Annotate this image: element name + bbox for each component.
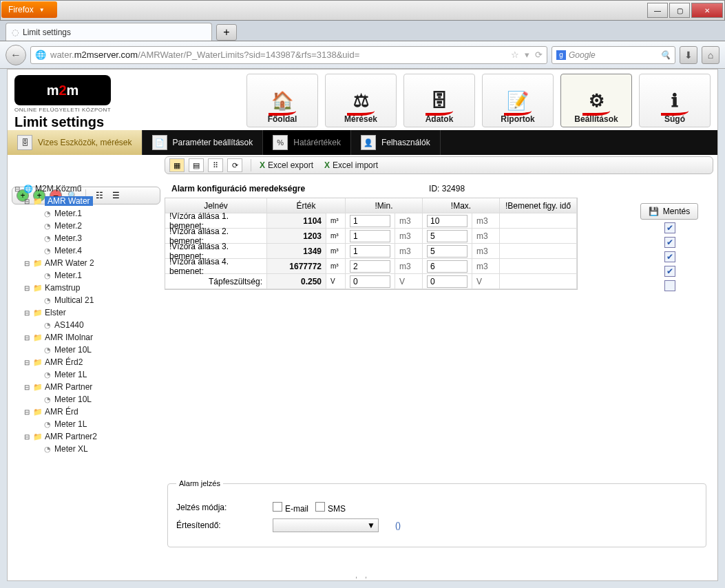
save-button[interactable]: 💾Mentés [640, 203, 698, 220]
row-checkbox[interactable]: ✔ [664, 222, 675, 233]
tree-node[interactable]: ⊟📁AMR IMolnar [13, 331, 159, 344]
search-icon[interactable]: 🔍 [660, 50, 671, 60]
subnav-label: Felhasználók [381, 138, 430, 147]
tree-leaf[interactable]: ◔Meter 1L [13, 368, 159, 381]
row-max[interactable] [423, 213, 472, 229]
nav-sugo[interactable]: ℹSúgó [639, 74, 711, 127]
tree-node[interactable]: ⊟📁AMR Érd2 [13, 356, 159, 368]
row-max[interactable] [423, 259, 472, 274]
tree-leaf[interactable]: ◔Meter 10L [13, 393, 159, 406]
excel-import-button[interactable]: XExcel import [324, 160, 378, 170]
col-bem: !Bemenet figy. idő [500, 198, 577, 213]
max-input[interactable] [427, 260, 467, 273]
email-checkbox[interactable]: E-mail [273, 502, 308, 514]
excel-export-button[interactable]: XExcel export [260, 160, 313, 170]
url-input[interactable]: 🌐 water.m2mserver.com/AMRWater/P_WaterLi… [30, 46, 547, 64]
tree-label: Meter 10L [54, 395, 92, 404]
tree-leaf[interactable]: ◔Meter.1 [13, 269, 159, 282]
sms-checkbox[interactable]: SMS [315, 502, 346, 514]
tree-leaf[interactable]: ◔Meter 10L [13, 344, 159, 356]
row-max[interactable] [423, 229, 472, 244]
row-min[interactable] [346, 229, 395, 244]
logo-block: m2m ONLINE FELÜGYELETI KÖZPONT Limit set… [14, 75, 111, 130]
main-nav: 🏠Főoldal ⚖Mérések 🗄Adatok 📝Riportok ⚙Beá… [246, 74, 711, 127]
db-icon: 🗄 [17, 135, 32, 150]
tree-node[interactable]: ⊟📁AMR Partner2 [13, 430, 159, 443]
resize-handle[interactable]: , , [355, 571, 370, 579]
subnav-vizes[interactable]: 🗄Vizes Eszközök, mérések [8, 130, 143, 155]
row-min[interactable] [346, 274, 395, 289]
subnav-hatarertekek[interactable]: %Határértékek [263, 130, 351, 155]
browser-tab-active[interactable]: ◌ Limit settings [6, 23, 212, 41]
home-button[interactable]: ⌂ [702, 46, 719, 64]
nav-riportok[interactable]: 📝Riportok [482, 74, 554, 127]
view-grid-icon[interactable]: ▦ [169, 158, 185, 172]
min-input[interactable] [350, 245, 390, 258]
minimize-button[interactable]: — [647, 3, 668, 18]
tree-leaf[interactable]: ◔Meter XL [13, 443, 159, 455]
body-split: ⊟🌐M2M Közmű ⊟📁AMR Water ◔Meter.1 ◔Meter.… [12, 180, 713, 576]
subnav-parameter[interactable]: 📄Paraméter beállítások [143, 130, 264, 155]
tree-leaf[interactable]: ◔Meter.1 [13, 207, 159, 220]
subnav-felhasznalok[interactable]: 👤Felhasználók [351, 130, 441, 155]
row-checkbox[interactable]: ✔ [664, 266, 675, 277]
tree-leaf[interactable]: ◔AS1440 [13, 319, 159, 331]
nav-meresek[interactable]: ⚖Mérések [325, 74, 397, 127]
view-dots-icon[interactable]: ⠿ [208, 158, 223, 172]
refresh-icon[interactable]: ⟳ [227, 158, 242, 172]
tree-node[interactable]: ⊟📁AMR Water 2 [13, 257, 159, 269]
notify-paren: () [395, 521, 401, 530]
row-max[interactable] [423, 244, 472, 259]
tree-label: Meter XL [54, 444, 88, 454]
col-max: !Max. [423, 198, 500, 213]
row-checkbox[interactable]: ✔ [664, 237, 675, 248]
row-min[interactable] [346, 244, 395, 259]
row-min[interactable] [346, 259, 395, 274]
tree-label: Meter.3 [54, 233, 82, 243]
search-box[interactable]: gGoogle 🔍 [551, 46, 675, 64]
min-input[interactable] [350, 230, 390, 242]
tree-leaf[interactable]: ◔Multical 21 [13, 294, 159, 306]
tree-root[interactable]: ⊟🌐M2M Közmű [13, 182, 159, 195]
reload-icon[interactable]: ⟳ [535, 50, 543, 60]
tree-node[interactable]: ⊟📁AMR Érd [13, 406, 159, 418]
max-input[interactable] [427, 215, 467, 227]
max-input[interactable] [427, 230, 467, 242]
row-max-unit: m3 [472, 213, 500, 229]
downloads-button[interactable]: ⬇ [680, 46, 697, 64]
close-window-button[interactable]: ✕ [691, 3, 723, 18]
row-min-unit: m3 [395, 229, 423, 244]
nav-beallitasok[interactable]: ⚙Beállítások [560, 74, 632, 127]
tree-leaf[interactable]: ◔Meter 1L [13, 418, 159, 430]
dropdown-icon[interactable]: ▾ [525, 50, 529, 60]
row-max[interactable] [423, 274, 472, 289]
tree-node[interactable]: ⊟📁Elster [13, 306, 159, 319]
new-tab-button[interactable]: + [216, 24, 237, 41]
row-checkbox[interactable] [664, 280, 675, 291]
notify-dropdown[interactable]: ▼ [273, 518, 379, 532]
row-unit: V [326, 274, 346, 289]
maximize-button[interactable]: ▢ [669, 3, 690, 18]
m2m-logo: m2m [14, 75, 111, 105]
nav-adatok[interactable]: 🗄Adatok [403, 74, 475, 127]
firefox-menu-button[interactable]: Firefox [1, 1, 57, 18]
tree-leaf[interactable]: ◔Meter.3 [13, 232, 159, 244]
row-checkbox[interactable]: ✔ [664, 251, 675, 262]
tree-leaf[interactable]: ◔Meter.2 [13, 220, 159, 232]
tree-leaf[interactable]: ◔Meter.4 [13, 244, 159, 257]
back-button[interactable]: ← [6, 45, 26, 65]
table-title: Alarm konfiguráció meredekségre [171, 184, 305, 193]
tree-node[interactable]: ⊟📁AMR Water [13, 195, 159, 207]
view-table-icon[interactable]: ▤ [189, 158, 204, 172]
nav-fooldal[interactable]: 🏠Főoldal [246, 74, 318, 127]
min-input[interactable] [350, 215, 390, 227]
tree-node[interactable]: ⊟📁Kamstrup [13, 282, 159, 294]
tree-node[interactable]: ⊟📁AMR Partner [13, 381, 159, 393]
max-input[interactable] [427, 245, 467, 258]
bookmark-icon[interactable]: ☆ [511, 50, 519, 60]
percent-icon: % [273, 135, 288, 150]
max-input[interactable] [427, 275, 467, 288]
row-min[interactable] [346, 213, 395, 229]
min-input[interactable] [350, 275, 390, 288]
min-input[interactable] [350, 260, 390, 273]
